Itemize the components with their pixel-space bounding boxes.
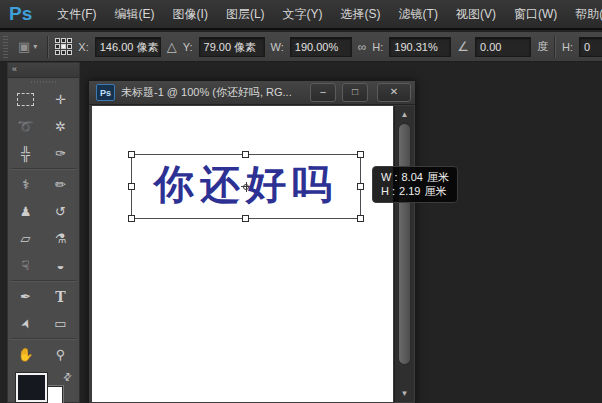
scroll-up-icon[interactable]: ▲ [395, 107, 414, 122]
rotate-angle-icon: ∠ [457, 39, 469, 54]
toolbox-collapse-button[interactable]: « [8, 63, 79, 78]
document-title: 未标题-1 @ 100% (你还好吗, RG... [121, 85, 304, 100]
scrollbar-thumb[interactable] [398, 123, 411, 365]
photoshop-app: Ps 文件(F) 编辑(E) 图像(I) 图层(L) 文字(Y) 选择(S) 滤… [0, 0, 602, 403]
menu-edit[interactable]: 编辑(E) [115, 6, 155, 23]
height-label: H: [372, 41, 383, 53]
reference-point-locator[interactable] [55, 38, 72, 55]
swap-colors-icon[interactable]: ⇄ [60, 370, 74, 384]
menu-file[interactable]: 文件(F) [57, 6, 96, 23]
chevron-down-icon: ▾ [33, 42, 37, 51]
skew-h-input[interactable]: 0 [579, 37, 602, 57]
divider [554, 36, 556, 58]
tooltip-h-label: H : [381, 184, 395, 198]
history-brush-tool[interactable]: ↺ [43, 198, 78, 225]
vertical-scrollbar[interactable]: ▲ ▼ [394, 106, 414, 402]
width-label: W: [271, 41, 284, 53]
paint-bucket-tool[interactable]: ⚗ [43, 225, 78, 252]
menu-view[interactable]: 视图(V) [456, 6, 496, 23]
ref-dot [61, 38, 66, 43]
angle-unit-label: 度 [537, 39, 548, 54]
tooltip-w-value: 8.04 [402, 170, 423, 184]
menu-image[interactable]: 图像(I) [173, 6, 208, 23]
hand-tool[interactable]: ✋ [8, 341, 43, 368]
marquee-icon [17, 93, 34, 106]
y-position-input[interactable]: 79.00 像素 [199, 37, 265, 57]
spot-healing-brush-tool[interactable]: ⚕ [8, 171, 43, 198]
tooltip-h-value: 2.19 [399, 184, 420, 198]
menu-filter[interactable]: 滤镜(T) [399, 6, 438, 23]
brush-tool[interactable]: ✏ [43, 171, 78, 198]
crop-tool[interactable]: ╬ [8, 140, 43, 167]
minimize-button[interactable]: – [310, 83, 336, 102]
zoom-tool[interactable]: ⚲ [43, 341, 78, 368]
divider [11, 168, 76, 170]
foreground-color-swatch[interactable] [16, 373, 47, 402]
transform-handle-bottom-center[interactable] [242, 215, 249, 222]
smudge-tool[interactable]: ☟ [8, 252, 43, 279]
photoshop-logo: Ps [9, 3, 32, 25]
transform-size-tooltip: W : 8.04 厘米 H : 2.19 厘米 [372, 166, 458, 203]
document-content: 你还好吗 ▲ ▼ [90, 105, 414, 402]
transform-handle-bottom-right[interactable] [357, 215, 364, 222]
type-tool[interactable]: T [43, 283, 78, 310]
scroll-down-icon[interactable]: ▼ [395, 386, 414, 401]
move-tool[interactable]: ✛ [43, 86, 78, 113]
tool-preset-picker[interactable]: ▣ ▾ [14, 39, 41, 54]
ref-dot [67, 38, 72, 43]
eyedropper-tool[interactable]: ✑ [43, 140, 78, 167]
divider [47, 36, 49, 58]
clone-stamp-tool[interactable]: ♟ [8, 198, 43, 225]
document-title-bar[interactable]: Ps 未标题-1 @ 100% (你还好吗, RG... – □ ✕ [89, 81, 415, 105]
menu-help[interactable]: 帮助(H) [575, 6, 602, 23]
options-bar: ▣ ▾ X: 146.00 像素 △ Y: 79.00 像素 W: 190.00… [0, 32, 602, 62]
menu-layer[interactable]: 图层(L) [226, 6, 265, 23]
tooltip-w-unit: 厘米 [427, 170, 449, 184]
tooltip-w-label: W : [381, 170, 398, 184]
tooltip-h-unit: 厘米 [424, 184, 446, 198]
dodge-tool[interactable]: ◒ [43, 252, 78, 279]
ref-dot [55, 50, 60, 55]
x-position-input[interactable]: 146.00 像素 [95, 37, 161, 57]
ref-dot [67, 44, 72, 49]
toolbox-grip[interactable] [8, 78, 79, 86]
menu-select[interactable]: 选择(S) [341, 6, 381, 23]
menu-bar: Ps 文件(F) 编辑(E) 图像(I) 图层(L) 文字(Y) 选择(S) 滤… [0, 0, 602, 30]
toolbox-panel: « ✛ ➰ ✲ ╬ ✑ ⚕ ✏ ♟ ↺ ▱ ⚗ ☟ ◒ [7, 62, 80, 403]
canvas[interactable]: 你还好吗 [92, 106, 393, 402]
menu-window[interactable]: 窗口(W) [514, 6, 557, 23]
transform-handle-bottom-left[interactable] [128, 215, 135, 222]
shape-rectangle-tool[interactable]: ▭ [43, 310, 78, 337]
options-grip [3, 36, 8, 58]
document-window: Ps 未标题-1 @ 100% (你还好吗, RG... – □ ✕ 你还好吗 [88, 80, 416, 403]
ref-dot [61, 50, 66, 55]
magic-wand-tool[interactable]: ✲ [43, 113, 78, 140]
relative-position-icon[interactable]: △ [167, 39, 177, 54]
rectangular-marquee-tool[interactable] [8, 86, 43, 113]
transform-bounding-box[interactable]: 你还好吗 [131, 154, 361, 219]
ref-dot [67, 50, 72, 55]
y-label: Y: [183, 41, 193, 53]
ref-dot-center [61, 44, 66, 49]
document-ps-icon: Ps [96, 84, 115, 101]
width-scale-input[interactable]: 190.00% [290, 37, 352, 57]
color-swatches: ⇄ [8, 371, 79, 403]
ref-dot [55, 44, 60, 49]
height-scale-input[interactable]: 190.31% [389, 37, 451, 57]
link-dimensions-icon[interactable]: ∞ [358, 40, 367, 54]
x-label: X: [78, 41, 88, 53]
divider [11, 280, 76, 282]
eraser-tool[interactable]: ▱ [8, 225, 43, 252]
tool-preset-icon: ▣ [18, 39, 30, 54]
skew-h-label: H: [562, 41, 573, 53]
close-button[interactable]: ✕ [377, 83, 411, 102]
canvas-text-layer: 你还好吗 [132, 153, 360, 216]
maximize-button[interactable]: □ [342, 83, 368, 102]
lasso-tool[interactable]: ➰ [8, 113, 43, 140]
menu-type[interactable]: 文字(Y) [283, 6, 323, 23]
ref-dot [55, 38, 60, 43]
rotation-input[interactable]: 0.00 [475, 37, 531, 57]
